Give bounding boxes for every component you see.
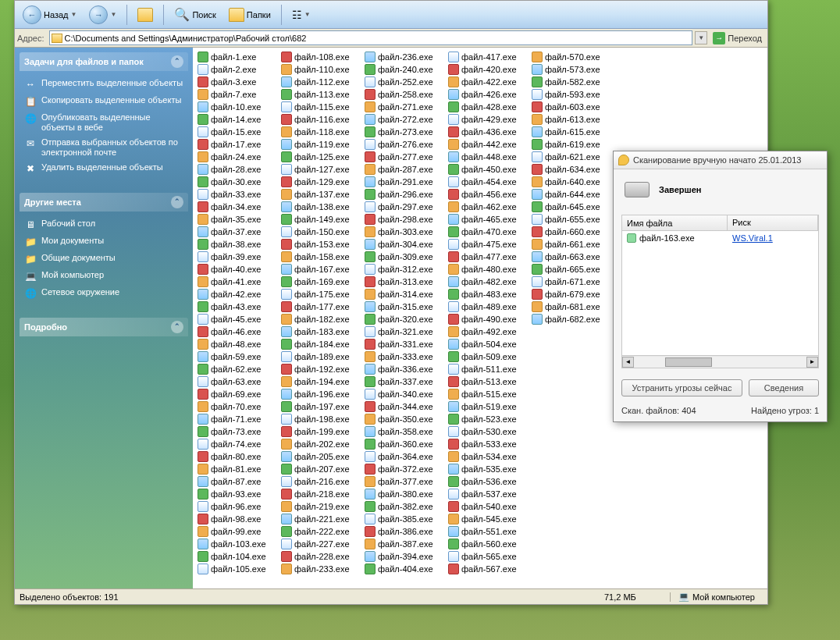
file-item[interactable]: файл-110.exe: [279, 63, 363, 76]
address-input[interactable]: C:\Documents and Settings\Администратор\…: [49, 30, 693, 45]
file-item[interactable]: файл-540.exe: [447, 500, 530, 513]
file-item[interactable]: файл-62.exe: [196, 363, 279, 375]
file-item[interactable]: файл-81.exe: [196, 463, 279, 475]
file-item[interactable]: файл-71.exe: [196, 413, 279, 425]
file-item[interactable]: файл-108.exe: [279, 51, 363, 63]
file-item[interactable]: файл-428.exe: [447, 101, 530, 113]
file-item[interactable]: файл-358.exe: [363, 425, 447, 438]
file-item[interactable]: файл-99.exe: [196, 525, 279, 538]
file-item[interactable]: файл-504.exe: [447, 338, 530, 350]
file-item[interactable]: файл-34.exe: [196, 201, 279, 213]
file-item[interactable]: файл-38.exe: [196, 238, 279, 251]
file-item[interactable]: файл-321.exe: [363, 325, 447, 338]
sidebar-panel-header[interactable]: Другие места⌃: [20, 193, 188, 212]
file-item[interactable]: файл-98.exe: [196, 513, 279, 525]
file-item[interactable]: файл-426.exe: [447, 88, 530, 101]
file-item[interactable]: файл-69.exe: [196, 388, 279, 400]
file-item[interactable]: файл-197.exe: [279, 400, 363, 413]
file-item[interactable]: файл-511.exe: [447, 363, 530, 375]
file-item[interactable]: файл-462.exe: [447, 201, 530, 213]
file-item[interactable]: файл-149.exe: [279, 213, 363, 226]
file-item[interactable]: файл-277.exe: [363, 151, 447, 163]
file-item[interactable]: файл-41.exe: [196, 276, 279, 288]
file-item[interactable]: файл-80.exe: [196, 450, 279, 463]
file-item[interactable]: файл-523.exe: [447, 413, 530, 425]
file-item[interactable]: файл-137.exe: [279, 188, 363, 201]
file-item[interactable]: файл-509.exe: [447, 350, 530, 363]
file-item[interactable]: файл-177.exe: [279, 300, 363, 313]
file-item[interactable]: файл-48.exe: [196, 338, 279, 350]
file-item[interactable]: файл-63.exe: [196, 375, 279, 388]
file-item[interactable]: файл-198.exe: [279, 413, 363, 425]
file-item[interactable]: файл-536.exe: [447, 475, 530, 488]
file-item[interactable]: файл-70.exe: [196, 400, 279, 413]
file-item[interactable]: файл-621.exe: [530, 151, 614, 163]
file-item[interactable]: файл-252.exe: [363, 76, 447, 88]
file-item[interactable]: файл-534.exe: [447, 450, 530, 463]
file-item[interactable]: файл-219.exe: [279, 500, 363, 513]
file-item[interactable]: файл-167.exe: [279, 263, 363, 276]
sidebar-item[interactable]: 💻Мой компьютер: [23, 268, 185, 285]
file-item[interactable]: файл-385.exe: [363, 513, 447, 525]
file-item[interactable]: файл-665.exe: [530, 263, 614, 276]
file-item[interactable]: файл-46.exe: [196, 325, 279, 338]
file-item[interactable]: файл-480.exe: [447, 263, 530, 276]
file-item[interactable]: файл-218.exe: [279, 488, 363, 500]
file-item[interactable]: файл-679.exe: [530, 288, 614, 300]
scroll-left-button[interactable]: ◄: [622, 357, 634, 368]
file-item[interactable]: файл-315.exe: [363, 300, 447, 313]
file-item[interactable]: файл-87.exe: [196, 475, 279, 488]
file-item[interactable]: файл-394.exe: [363, 550, 447, 563]
file-item[interactable]: файл-59.exe: [196, 350, 279, 363]
file-item[interactable]: файл-169.exe: [279, 276, 363, 288]
file-item[interactable]: файл-372.exe: [363, 463, 447, 475]
sidebar-panel-header[interactable]: Подробно⌃: [20, 318, 188, 336]
file-item[interactable]: файл-103.exe: [196, 538, 279, 550]
file-item[interactable]: файл-30.exe: [196, 176, 279, 188]
scroll-thumb[interactable]: [665, 357, 712, 367]
file-item[interactable]: файл-340.exe: [363, 388, 447, 400]
file-item[interactable]: файл-183.exe: [279, 325, 363, 338]
file-item[interactable]: файл-337.exe: [363, 375, 447, 388]
file-item[interactable]: файл-417.exe: [447, 51, 530, 63]
file-item[interactable]: файл-570.exe: [530, 51, 614, 63]
file-item[interactable]: файл-640.exe: [530, 176, 614, 188]
file-item[interactable]: файл-582.exe: [530, 76, 614, 88]
file-item[interactable]: файл-10.exe: [196, 101, 279, 113]
file-item[interactable]: файл-420.exe: [447, 63, 530, 76]
file-item[interactable]: файл-515.exe: [447, 388, 530, 400]
file-item[interactable]: файл-298.exe: [363, 213, 447, 226]
file-item[interactable]: файл-112.exe: [279, 76, 363, 88]
file-item[interactable]: файл-33.exe: [196, 188, 279, 201]
forward-button[interactable]: → ▼: [84, 3, 121, 27]
file-item[interactable]: файл-202.exe: [279, 438, 363, 450]
back-button[interactable]: ← Назад ▼: [18, 3, 81, 27]
file-item[interactable]: файл-221.exe: [279, 513, 363, 525]
file-item[interactable]: файл-573.exe: [530, 63, 614, 76]
file-item[interactable]: файл-404.exe: [363, 563, 447, 575]
file-item[interactable]: файл-567.exe: [447, 563, 530, 575]
file-item[interactable]: файл-661.exe: [530, 238, 614, 251]
file-item[interactable]: файл-127.exe: [279, 163, 363, 176]
file-item[interactable]: файл-312.exe: [363, 263, 447, 276]
go-button[interactable]: → Переход: [710, 32, 765, 44]
file-item[interactable]: файл-216.exe: [279, 475, 363, 488]
file-item[interactable]: файл-296.exe: [363, 188, 447, 201]
file-item[interactable]: файл-233.exe: [279, 563, 363, 575]
file-item[interactable]: файл-336.exe: [363, 363, 447, 375]
file-item[interactable]: файл-386.exe: [363, 525, 447, 538]
file-item[interactable]: файл-28.exe: [196, 163, 279, 176]
file-item[interactable]: файл-189.exe: [279, 350, 363, 363]
file-item[interactable]: файл-377.exe: [363, 475, 447, 488]
file-item[interactable]: файл-660.exe: [530, 226, 614, 238]
file-item[interactable]: файл-35.exe: [196, 213, 279, 226]
file-item[interactable]: файл-45.exe: [196, 313, 279, 325]
file-item[interactable]: файл-1.exe: [196, 51, 279, 63]
file-item[interactable]: файл-158.exe: [279, 251, 363, 263]
file-item[interactable]: файл-40.exe: [196, 263, 279, 276]
file-item[interactable]: файл-644.exe: [530, 188, 614, 201]
file-item[interactable]: файл-222.exe: [279, 525, 363, 538]
file-item[interactable]: файл-276.exe: [363, 138, 447, 151]
views-button[interactable]: ☷ ▼: [287, 6, 315, 23]
file-item[interactable]: файл-490.exe: [447, 313, 530, 325]
